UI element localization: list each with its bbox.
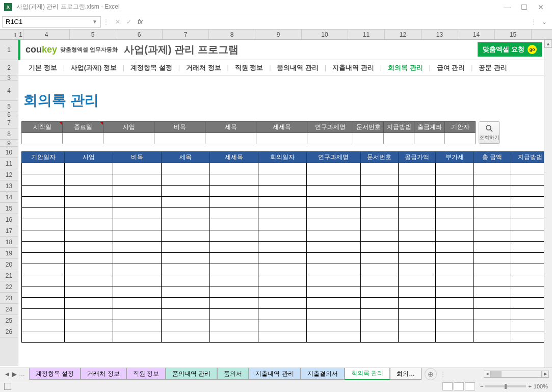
data-cell-14-0[interactable] — [22, 320, 65, 331]
filter-cell-10[interactable] — [445, 133, 476, 144]
hscroll-track[interactable] — [491, 371, 542, 378]
nav-item-2[interactable]: 계정항목 설정 — [124, 63, 178, 72]
col-header-14[interactable]: 14 — [458, 30, 495, 39]
data-cell-2-11[interactable] — [511, 186, 549, 197]
data-cell-7-0[interactable] — [22, 242, 65, 253]
row-header-1[interactable]: 1 — [0, 40, 18, 60]
data-cell-10-8[interactable] — [398, 275, 436, 286]
minimize-button[interactable]: — — [504, 3, 511, 11]
data-cell-5-11[interactable] — [511, 219, 549, 230]
data-cell-13-2[interactable] — [113, 309, 162, 320]
name-box-dropdown-icon[interactable]: ▼ — [92, 19, 97, 24]
data-cell-12-10[interactable] — [474, 298, 511, 309]
col-header-8[interactable]: 8 — [209, 30, 255, 39]
sheet-tab-8[interactable]: 회의… — [390, 368, 422, 380]
data-cell-10-0[interactable] — [22, 275, 65, 286]
nav-item-6[interactable]: 지출내역 관리 — [326, 63, 380, 72]
nav-item-1[interactable]: 사업(과제) 정보 — [65, 63, 123, 72]
data-cell-14-6[interactable] — [307, 320, 361, 331]
data-cell-7-7[interactable] — [360, 242, 398, 253]
data-cell-8-1[interactable] — [65, 253, 113, 264]
data-cell-10-3[interactable] — [162, 275, 210, 286]
data-cell-13-7[interactable] — [360, 309, 398, 320]
data-cell-13-6[interactable] — [307, 309, 361, 320]
data-cell-11-3[interactable] — [162, 286, 210, 298]
data-cell-7-11[interactable] — [511, 242, 549, 253]
data-cell-0-10[interactable] — [474, 163, 511, 174]
row-header-3[interactable]: 3 — [0, 75, 18, 81]
data-cell-1-11[interactable] — [511, 174, 549, 186]
view-break-button[interactable] — [465, 382, 475, 390]
col-header-15[interactable]: 15 — [495, 30, 532, 39]
nav-item-3[interactable]: 거래처 정보 — [180, 63, 227, 72]
row-header-24[interactable]: 24 — [0, 304, 18, 315]
nav-item-7[interactable]: 회의록 관리 — [382, 63, 429, 72]
data-cell-2-0[interactable] — [22, 186, 65, 197]
data-cell-7-4[interactable] — [210, 242, 258, 253]
data-cell-6-10[interactable] — [474, 230, 511, 242]
data-cell-2-5[interactable] — [258, 186, 307, 197]
data-cell-9-6[interactable] — [307, 264, 361, 275]
data-cell-15-2[interactable] — [113, 331, 162, 343]
data-cell-1-2[interactable] — [113, 174, 162, 186]
row-header-8[interactable]: 8 — [0, 128, 18, 140]
filter-cell-7[interactable] — [353, 133, 384, 144]
data-cell-13-3[interactable] — [162, 309, 210, 320]
data-cell-14-10[interactable] — [474, 320, 511, 331]
data-cell-12-9[interactable] — [436, 298, 474, 309]
data-cell-8-2[interactable] — [113, 253, 162, 264]
data-cell-9-10[interactable] — [474, 264, 511, 275]
data-cell-10-1[interactable] — [65, 275, 113, 286]
data-cell-15-11[interactable] — [511, 331, 549, 343]
data-cell-0-3[interactable] — [162, 163, 210, 174]
data-cell-8-3[interactable] — [162, 253, 210, 264]
col-header-5[interactable]: 5 — [70, 30, 116, 39]
formula-expand-icon[interactable]: ⌄ — [539, 18, 550, 25]
filter-cell-2[interactable] — [103, 133, 154, 144]
search-button[interactable]: 조회하기 — [479, 121, 500, 144]
data-cell-2-1[interactable] — [65, 186, 113, 197]
data-cell-3-1[interactable] — [65, 197, 113, 208]
row-header-25[interactable]: 25 — [0, 315, 18, 326]
col-header-11[interactable]: 11 — [348, 30, 385, 39]
data-cell-0-6[interactable] — [307, 163, 361, 174]
scroll-up-icon[interactable]: ▲ — [544, 40, 552, 48]
data-cell-6-3[interactable] — [162, 230, 210, 242]
data-cell-9-1[interactable] — [65, 264, 113, 275]
data-cell-0-9[interactable] — [436, 163, 474, 174]
data-cell-6-11[interactable] — [511, 230, 549, 242]
filter-cell-3[interactable] — [154, 133, 205, 144]
data-cell-8-9[interactable] — [436, 253, 474, 264]
col-header-6[interactable]: 6 — [116, 30, 163, 39]
data-cell-0-4[interactable] — [210, 163, 258, 174]
data-cell-5-0[interactable] — [22, 219, 65, 230]
cancel-icon[interactable]: ✕ — [115, 18, 120, 25]
data-cell-11-6[interactable] — [307, 286, 361, 298]
data-cell-11-2[interactable] — [113, 286, 162, 298]
data-cell-9-3[interactable] — [162, 264, 210, 275]
data-cell-1-8[interactable] — [398, 174, 436, 186]
data-cell-1-9[interactable] — [436, 174, 474, 186]
row-header-18[interactable]: 18 — [0, 237, 18, 248]
col-header-7[interactable]: 7 — [163, 30, 209, 39]
data-cell-5-2[interactable] — [113, 219, 162, 230]
row-header-4[interactable]: 4 — [0, 81, 18, 101]
data-cell-10-5[interactable] — [258, 275, 307, 286]
filter-cell-4[interactable] — [205, 133, 256, 144]
name-box[interactable]: R1C1 ▼ — [2, 16, 101, 28]
data-cell-5-7[interactable] — [360, 219, 398, 230]
data-cell-8-6[interactable] — [307, 253, 361, 264]
data-cell-5-6[interactable] — [307, 219, 361, 230]
hscroll-right-icon[interactable]: ▶ — [542, 371, 549, 378]
row-header-22[interactable]: 22 — [0, 281, 18, 293]
data-cell-7-3[interactable] — [162, 242, 210, 253]
data-cell-9-0[interactable] — [22, 264, 65, 275]
zoom-in-button[interactable]: + — [528, 383, 531, 389]
data-cell-4-3[interactable] — [162, 208, 210, 219]
data-cell-2-6[interactable] — [307, 186, 361, 197]
confirm-icon[interactable]: ✓ — [126, 18, 132, 25]
data-cell-9-7[interactable] — [360, 264, 398, 275]
data-cell-1-4[interactable] — [210, 174, 258, 186]
row-header-20[interactable]: 20 — [0, 259, 18, 270]
sheet-tab-1[interactable]: 거래처 정보 — [81, 368, 126, 380]
